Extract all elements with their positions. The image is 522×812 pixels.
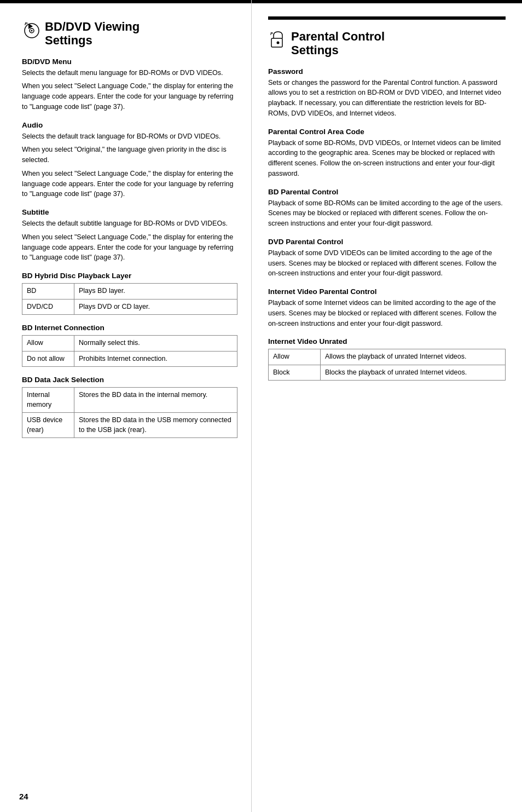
svg-text:P: P [270,32,273,36]
bd-hybrid-table: BD Plays BD layer. DVD/CD Plays DVD or C… [22,283,237,315]
left-column: P BD/DVD Viewing Settings BD/DVD Menu Se… [0,0,252,812]
right-column: P Parental Control Settings Password Set… [252,0,522,812]
bd-internet-row2-col1: Do not allow [22,351,74,367]
bd-internet-row1-col2: Normally select this. [74,336,237,352]
bd-dvd-icon: P [22,20,42,39]
bd-dvd-menu-title: BD/DVD Menu [22,57,237,66]
password-para1: Sets or changes the password for the Par… [268,78,506,119]
right-section-title: Parental Control Settings [291,30,385,57]
bd-dvd-menu-para1: Selects the default menu language for BD… [22,68,237,78]
parental-area-code-para1: Playback of some BD-ROMs, DVD VIDEOs, or… [268,138,506,179]
internet-video-unrated-title: Internet Video Unrated [268,337,506,345]
internet-video-unrated-table: Allow Allows the playback of unrated Int… [268,349,506,381]
bd-internet-row1-col1: Allow [22,336,74,352]
right-top-bar [268,16,506,20]
internet-video-parental-title: Internet Video Parental Control [268,287,506,296]
subtitle-para2: When you select "Select Language Code," … [22,232,237,263]
bd-data-jack-title: BD Data Jack Selection [22,376,237,384]
internet-video-parental-para1: Playback of some Internet videos can be … [268,298,506,329]
table-row: USB device (rear) Stores the BD data in … [22,413,237,438]
subtitle-title: Subtitle [22,208,237,216]
bd-internet-row2-col2: Prohibits Internet connection. [74,351,237,367]
table-row: Do not allow Prohibits Internet connecti… [22,351,237,367]
table-row: Allow Normally select this. [22,336,237,352]
parental-area-code-title: Parental Control Area Code [268,128,506,136]
left-section-title: BD/DVD Viewing Settings [45,20,140,48]
bd-hybrid-row2-col1: DVD/CD [22,299,74,315]
bd-data-jack-row2-col1: USB device (rear) [22,413,74,438]
parental-control-icon: P [268,30,288,49]
left-section-header: P BD/DVD Viewing Settings [22,20,237,48]
bd-parental-title: BD Parental Control [268,188,506,196]
unrated-row2-col1: Block [269,365,321,381]
table-row: BD Plays BD layer. [22,284,237,300]
table-row: Block Blocks the playback of unrated Int… [269,365,506,381]
table-row: DVD/CD Plays DVD or CD layer. [22,299,237,315]
bd-data-jack-row1-col2: Stores the BD data in the internal memor… [74,388,237,413]
unrated-row1-col1: Allow [269,349,321,365]
bd-data-jack-row2-col2: Stores the BD data in the USB memory con… [74,413,237,438]
audio-para2: When you select "Original," the language… [22,145,237,165]
bd-internet-table: Allow Normally select this. Do not allow… [22,335,237,367]
dvd-parental-title: DVD Parental Control [268,238,506,246]
bd-hybrid-row1-col2: Plays BD layer. [74,284,237,300]
bd-hybrid-row2-col2: Plays DVD or CD layer. [74,299,237,315]
unrated-row2-col2: Blocks the playback of unrated Internet … [321,365,506,381]
audio-para3: When you select "Select Language Code," … [22,169,237,199]
bd-hybrid-row1-col1: BD [22,284,74,300]
bd-parental-para1: Playback of some BD-ROMs can be limited … [268,198,506,229]
svg-text:P: P [25,21,28,26]
subtitle-para1: Selects the default subtitle language fo… [22,218,237,229]
unrated-row1-col2: Allows the playback of unrated Internet … [321,349,506,365]
bd-dvd-menu-para2: When you select "Select Language Code," … [22,81,237,112]
audio-title: Audio [22,121,237,129]
dvd-parental-para1: Playback of some DVD VIDEOs can be limit… [268,248,506,279]
right-section-header: P Parental Control Settings [268,30,506,57]
svg-point-6 [277,42,280,44]
bd-data-jack-row1-col1: Internal memory [22,388,74,413]
bd-data-jack-table: Internal memory Stores the BD data in th… [22,387,237,438]
bd-hybrid-title: BD Hybrid Disc Playback Layer [22,272,237,280]
table-row: Allow Allows the playback of unrated Int… [269,349,506,365]
audio-para1: Selects the default track language for B… [22,131,237,142]
password-title: Password [268,67,506,76]
table-row: Internal memory Stores the BD data in th… [22,388,237,413]
page-number: 24 [19,792,28,801]
bd-internet-title: BD Internet Connection [22,324,237,332]
svg-point-2 [31,30,33,32]
